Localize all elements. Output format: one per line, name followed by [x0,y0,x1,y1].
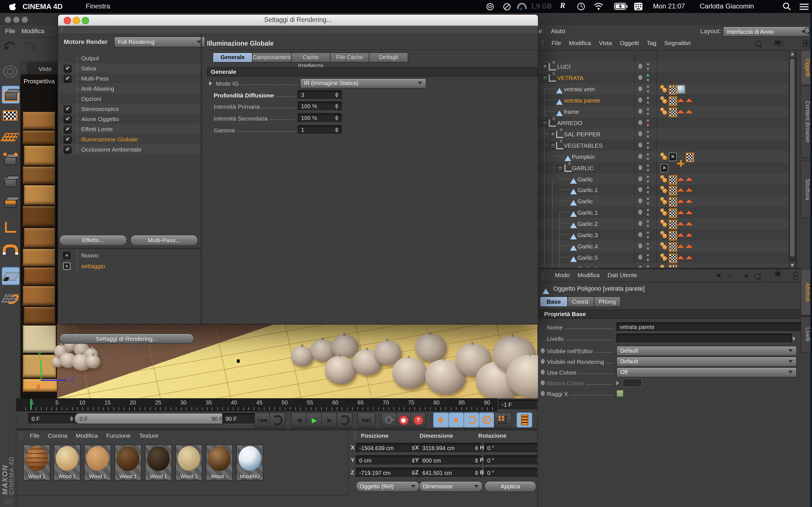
object-name[interactable]: frame [564,108,579,115]
render-visibility-dot[interactable] [647,68,649,70]
parameter-spinner[interactable]: 3 [298,90,342,100]
section-label[interactable]: Effetti Lente [81,126,113,132]
object-name[interactable]: Garlic.4 [577,243,598,249]
window-zoom-button[interactable] [21,16,28,23]
render-section-row[interactable]: Multi-Pass [58,73,201,83]
expander-icon[interactable]: − [557,165,563,171]
tree-row-sal-pepper[interactable]: +SAL PEPPER [538,128,788,139]
panel-drag-handle[interactable] [60,27,64,33]
render-visibility-dot[interactable] [647,113,649,115]
layout-dropdown[interactable]: Interfaccia di Avvio [723,26,810,37]
expander-icon[interactable] [209,81,214,86]
timeline-ruler[interactable]: -151015202530354045505560657075808590 [16,398,497,411]
phong-tag-icon[interactable] [660,175,667,182]
section-label[interactable]: Output [81,55,99,61]
scroll-down-arrow[interactable]: ▼ [790,262,795,268]
tree-row-garlic[interactable]: Garlic [538,173,788,184]
add-panel-icon[interactable] [803,40,810,47]
object-name[interactable]: VEGETABLES [564,142,603,149]
preset-target-icon[interactable] [63,263,70,270]
phong-tag-icon[interactable] [660,253,667,261]
coord-field-posizione-z[interactable]: -719.197 cm [356,467,418,478]
tab-cache-irradianza[interactable]: Cache Irradianza [291,52,331,62]
editor-visibility-dot[interactable] [647,254,649,256]
render-visibility-dot[interactable] [647,225,649,227]
panel-drag-handle[interactable] [22,64,26,71]
side-tab-livelli[interactable]: Livelli [801,317,811,353]
om-menu-vista[interactable]: Vista [599,40,612,46]
frame-offset-field[interactable]: -1 F [499,399,544,410]
material-name[interactable]: Wood 1 [146,474,171,480]
animation-dot[interactable] [541,348,545,353]
divider[interactable] [201,34,202,324]
object-name[interactable]: Garlic.6 [577,265,598,268]
axis-mode-icon[interactable] [2,219,18,235]
parameter-spinner[interactable]: 1 [298,125,342,135]
material-name[interactable]: Wood 1 [24,474,50,480]
material-thumbnail[interactable]: bhodiNU [236,445,263,481]
layer-dot[interactable] [638,120,642,125]
section-label[interactable]: Multi-Pass [81,75,109,82]
coord-field-dimensione-z[interactable]: 641.501 cm [419,467,481,478]
spinner-arrows[interactable] [335,102,338,111]
coord-field-posizione-y[interactable]: 0 cm [356,455,418,465]
undo-icon[interactable] [2,38,18,55]
render-section-row[interactable]: Output [58,53,201,63]
material-thumbnail[interactable]: Wood 1 [84,445,111,481]
layer-dot[interactable] [638,165,642,170]
parameter-spinner[interactable]: 100 % [298,113,342,123]
material-thumbnail[interactable]: Wood – [206,445,233,481]
render-section-row[interactable]: Opzioni [58,94,201,104]
menubar-item-finestra[interactable]: Finestra [86,2,110,10]
layer-dot[interactable] [638,109,642,114]
section-label[interactable]: Opzioni [81,95,101,102]
om-menu-oggetti[interactable]: Oggetti [620,40,639,46]
section-checkbox[interactable] [64,136,71,144]
input-source-icon[interactable] [634,2,643,11]
material-menu-funzione[interactable]: Funzione [106,432,131,439]
coord-field-rotazione-h[interactable]: 0 ° [484,443,544,453]
section-checkbox[interactable] [64,105,71,113]
tab-generale[interactable]: Generale [213,52,253,62]
editor-visibility-dot[interactable] [647,175,649,178]
tree-row-vetrata[interactable]: −VETRATA [538,72,788,83]
layer-dot[interactable] [638,176,642,181]
keyframe-pla-button[interactable] [516,412,532,428]
window-close-button[interactable] [4,16,11,23]
expander-icon[interactable]: − [542,120,548,126]
current-frame-field[interactable]: 0 F [28,413,77,424]
coord-field-rotazione-b[interactable]: 0 ° [484,467,544,478]
layer-arrow-icon[interactable] [793,336,798,341]
material-thumbnail[interactable]: Wood 1 [175,445,202,481]
phong-tag-icon[interactable] [660,265,667,268]
goto-end-button[interactable]: ▶▶| [357,412,375,428]
render-visibility-dot[interactable] [647,169,649,171]
material-thumbnail[interactable]: Wood 1 [145,445,172,481]
section-label[interactable]: Alone Oggetto [81,115,119,122]
sel-tag-icon[interactable] [686,107,693,113]
tab-campionamento[interactable]: Campionamento [252,52,292,62]
render-visibility-dot[interactable] [647,135,649,137]
navigation-icon[interactable] [2,63,18,80]
time-machine-icon[interactable] [577,2,585,11]
object-name[interactable]: VETRATA [557,74,583,81]
layer-dot[interactable] [638,243,642,248]
editor-visibility-dot[interactable] [647,142,649,144]
battery-icon[interactable] [614,3,627,10]
render-section-row[interactable]: Effetti Lente [58,124,201,134]
script-r-icon[interactable]: R [560,1,565,10]
layer-dot[interactable] [638,131,642,136]
rotate-workplane-icon[interactable] [2,290,18,306]
texture-tag-icon[interactable] [669,108,677,117]
side-tab-oggetti[interactable]: Oggetti [801,50,811,85]
next-key-button[interactable]: |▶ [321,412,337,428]
om-menu-tag[interactable]: Tag [647,40,656,46]
material-thumbnail[interactable]: Wood 1 [114,445,142,481]
glass-tag-icon[interactable] [677,85,685,94]
tab-coord[interactable]: Coord. [567,296,594,307]
render-visibility-dot[interactable] [647,247,649,249]
tree-row-vetrata-parete[interactable]: vetrata parete [538,95,788,106]
animation-dot[interactable] [541,391,545,396]
sel-tag-icon[interactable] [686,196,693,203]
animation-dot[interactable] [541,380,545,385]
